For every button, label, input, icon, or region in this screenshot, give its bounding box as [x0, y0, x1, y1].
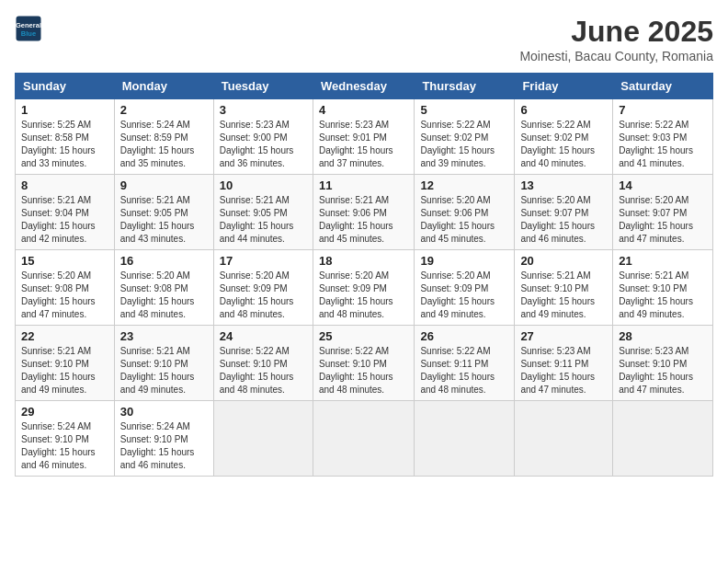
- calendar-header-row: Sunday Monday Tuesday Wednesday Thursday…: [16, 74, 713, 99]
- day-number: 21: [619, 254, 707, 268]
- calendar-cell: [213, 401, 313, 477]
- calendar-cell: 14Sunrise: 5:20 AM Sunset: 9:07 PM Dayli…: [613, 175, 713, 250]
- day-info: Sunrise: 5:23 AM Sunset: 9:11 PM Dayligh…: [520, 345, 607, 396]
- header-saturday: Saturday: [613, 74, 713, 99]
- calendar-cell: [313, 401, 414, 477]
- calendar-cell: 20Sunrise: 5:21 AM Sunset: 9:10 PM Dayli…: [515, 250, 613, 326]
- day-info: Sunrise: 5:21 AM Sunset: 9:05 PM Dayligh…: [220, 194, 307, 246]
- day-number: 16: [120, 254, 208, 268]
- day-info: Sunrise: 5:24 AM Sunset: 9:10 PM Dayligh…: [21, 420, 108, 472]
- header-wednesday: Wednesday: [313, 74, 414, 99]
- day-number: 6: [520, 103, 607, 117]
- day-info: Sunrise: 5:20 AM Sunset: 9:07 PM Dayligh…: [520, 194, 607, 246]
- day-number: 10: [220, 178, 307, 192]
- day-number: 11: [319, 178, 408, 192]
- day-info: Sunrise: 5:24 AM Sunset: 8:59 PM Dayligh…: [120, 119, 208, 170]
- day-info: Sunrise: 5:23 AM Sunset: 9:01 PM Dayligh…: [319, 119, 408, 170]
- calendar-cell: 21Sunrise: 5:21 AM Sunset: 9:10 PM Dayli…: [613, 250, 713, 326]
- day-number: 28: [619, 329, 707, 343]
- calendar-cell: 15Sunrise: 5:20 AM Sunset: 9:08 PM Dayli…: [16, 250, 115, 326]
- day-number: 15: [21, 254, 108, 268]
- calendar-week-row: 8Sunrise: 5:21 AM Sunset: 9:04 PM Daylig…: [16, 175, 713, 250]
- header-friday: Friday: [515, 74, 613, 99]
- day-number: 22: [21, 329, 108, 343]
- calendar-cell: 9Sunrise: 5:21 AM Sunset: 9:05 PM Daylig…: [114, 175, 213, 250]
- header-monday: Monday: [114, 74, 213, 99]
- calendar-cell: 11Sunrise: 5:21 AM Sunset: 9:06 PM Dayli…: [313, 175, 414, 250]
- day-number: 19: [420, 254, 508, 268]
- day-info: Sunrise: 5:20 AM Sunset: 9:07 PM Dayligh…: [619, 194, 707, 246]
- day-info: Sunrise: 5:22 AM Sunset: 9:10 PM Dayligh…: [220, 345, 307, 396]
- calendar-cell: 23Sunrise: 5:21 AM Sunset: 9:10 PM Dayli…: [114, 326, 213, 401]
- calendar-cell: 16Sunrise: 5:20 AM Sunset: 9:08 PM Dayli…: [114, 250, 213, 326]
- day-info: Sunrise: 5:20 AM Sunset: 9:08 PM Dayligh…: [21, 270, 108, 321]
- day-number: 9: [120, 178, 208, 192]
- calendar-cell: 18Sunrise: 5:20 AM Sunset: 9:09 PM Dayli…: [313, 250, 414, 326]
- day-number: 18: [319, 254, 408, 268]
- day-number: 24: [220, 329, 307, 343]
- calendar-cell: 25Sunrise: 5:22 AM Sunset: 9:10 PM Dayli…: [313, 326, 414, 401]
- calendar-cell: 13Sunrise: 5:20 AM Sunset: 9:07 PM Dayli…: [515, 175, 613, 250]
- day-info: Sunrise: 5:22 AM Sunset: 9:02 PM Dayligh…: [420, 119, 508, 170]
- day-info: Sunrise: 5:20 AM Sunset: 9:08 PM Dayligh…: [120, 270, 208, 321]
- calendar-cell: [415, 401, 515, 477]
- calendar-cell: 28Sunrise: 5:23 AM Sunset: 9:10 PM Dayli…: [613, 326, 713, 401]
- calendar-cell: 5Sunrise: 5:22 AM Sunset: 9:02 PM Daylig…: [415, 99, 515, 175]
- calendar-cell: 3Sunrise: 5:23 AM Sunset: 9:00 PM Daylig…: [213, 99, 313, 175]
- day-number: 8: [21, 178, 108, 192]
- calendar-cell: 17Sunrise: 5:20 AM Sunset: 9:09 PM Dayli…: [213, 250, 313, 326]
- calendar-cell: 4Sunrise: 5:23 AM Sunset: 9:01 PM Daylig…: [313, 99, 414, 175]
- calendar-cell: [613, 401, 713, 477]
- calendar-cell: 22Sunrise: 5:21 AM Sunset: 9:10 PM Dayli…: [16, 326, 115, 401]
- page-header: General Blue June 2025 Moinesti, Bacau C…: [15, 15, 713, 63]
- day-number: 25: [319, 329, 408, 343]
- day-number: 2: [120, 103, 208, 117]
- svg-text:Blue: Blue: [21, 29, 36, 38]
- logo: General Blue: [15, 15, 46, 42]
- calendar-cell: 29Sunrise: 5:24 AM Sunset: 9:10 PM Dayli…: [16, 401, 115, 477]
- day-info: Sunrise: 5:25 AM Sunset: 8:58 PM Dayligh…: [21, 119, 108, 170]
- calendar-week-row: 15Sunrise: 5:20 AM Sunset: 9:08 PM Dayli…: [16, 250, 713, 326]
- day-info: Sunrise: 5:22 AM Sunset: 9:10 PM Dayligh…: [319, 345, 408, 396]
- svg-text:General: General: [16, 21, 41, 29]
- day-info: Sunrise: 5:21 AM Sunset: 9:10 PM Dayligh…: [21, 345, 108, 396]
- day-info: Sunrise: 5:21 AM Sunset: 9:10 PM Dayligh…: [520, 270, 607, 321]
- calendar-cell: 10Sunrise: 5:21 AM Sunset: 9:05 PM Dayli…: [213, 175, 313, 250]
- day-info: Sunrise: 5:23 AM Sunset: 9:00 PM Dayligh…: [220, 119, 307, 170]
- day-info: Sunrise: 5:21 AM Sunset: 9:10 PM Dayligh…: [120, 345, 208, 396]
- header-tuesday: Tuesday: [213, 74, 313, 99]
- month-title: June 2025: [519, 15, 713, 49]
- location-subtitle: Moinesti, Bacau County, Romania: [519, 49, 713, 63]
- day-info: Sunrise: 5:24 AM Sunset: 9:10 PM Dayligh…: [120, 420, 208, 472]
- calendar-week-row: 29Sunrise: 5:24 AM Sunset: 9:10 PM Dayli…: [16, 401, 713, 477]
- day-info: Sunrise: 5:21 AM Sunset: 9:05 PM Dayligh…: [120, 194, 208, 246]
- day-number: 14: [619, 178, 707, 192]
- day-number: 27: [520, 329, 607, 343]
- day-number: 1: [21, 103, 108, 117]
- day-number: 4: [319, 103, 408, 117]
- logo-icon: General Blue: [15, 15, 42, 42]
- calendar-cell: 24Sunrise: 5:22 AM Sunset: 9:10 PM Dayli…: [213, 326, 313, 401]
- day-info: Sunrise: 5:20 AM Sunset: 9:09 PM Dayligh…: [319, 270, 408, 321]
- calendar-week-row: 1Sunrise: 5:25 AM Sunset: 8:58 PM Daylig…: [16, 99, 713, 175]
- header-thursday: Thursday: [415, 74, 515, 99]
- calendar-cell: 2Sunrise: 5:24 AM Sunset: 8:59 PM Daylig…: [114, 99, 213, 175]
- day-info: Sunrise: 5:21 AM Sunset: 9:04 PM Dayligh…: [21, 194, 108, 246]
- day-number: 13: [520, 178, 607, 192]
- calendar-cell: 30Sunrise: 5:24 AM Sunset: 9:10 PM Dayli…: [114, 401, 213, 477]
- calendar-cell: 6Sunrise: 5:22 AM Sunset: 9:02 PM Daylig…: [515, 99, 613, 175]
- day-info: Sunrise: 5:22 AM Sunset: 9:11 PM Dayligh…: [420, 345, 508, 396]
- day-number: 26: [420, 329, 508, 343]
- day-info: Sunrise: 5:22 AM Sunset: 9:03 PM Dayligh…: [619, 119, 707, 170]
- day-info: Sunrise: 5:22 AM Sunset: 9:02 PM Dayligh…: [520, 119, 607, 170]
- day-number: 23: [120, 329, 208, 343]
- day-info: Sunrise: 5:20 AM Sunset: 9:09 PM Dayligh…: [420, 270, 508, 321]
- day-number: 17: [220, 254, 307, 268]
- calendar-cell: 1Sunrise: 5:25 AM Sunset: 8:58 PM Daylig…: [16, 99, 115, 175]
- header-sunday: Sunday: [16, 74, 115, 99]
- day-number: 29: [21, 405, 108, 419]
- day-info: Sunrise: 5:23 AM Sunset: 9:10 PM Dayligh…: [619, 345, 707, 396]
- day-number: 5: [420, 103, 508, 117]
- calendar-cell: 27Sunrise: 5:23 AM Sunset: 9:11 PM Dayli…: [515, 326, 613, 401]
- day-info: Sunrise: 5:21 AM Sunset: 9:06 PM Dayligh…: [319, 194, 408, 246]
